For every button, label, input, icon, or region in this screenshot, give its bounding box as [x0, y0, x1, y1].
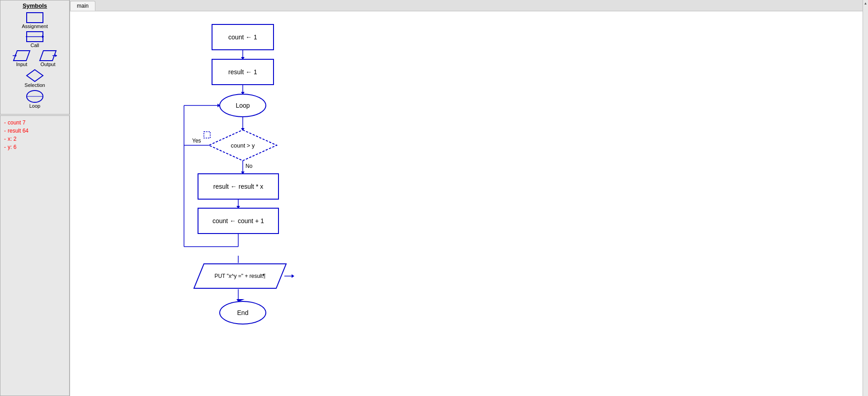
node-condition[interactable]: count > y — [208, 129, 278, 162]
node-count1[interactable]: count ← 1 — [212, 24, 274, 50]
right-scrollbar[interactable]: ▲ — [863, 0, 868, 396]
node-count1-label: count ← 1 — [228, 33, 257, 41]
var-y: -y: 6 — [4, 143, 66, 151]
node-condition-label: count > y — [231, 142, 255, 149]
node-result1-label: result ← 1 — [228, 68, 257, 76]
svg-text:Yes: Yes — [192, 138, 201, 144]
node-result-mult-label: result ← result * x — [213, 183, 263, 190]
svg-marker-35 — [292, 274, 294, 278]
tab-main[interactable]: main — [70, 1, 95, 11]
symbol-selection-label: Selection — [24, 82, 45, 88]
node-output[interactable]: PUT "x^y =" + result¶ — [193, 263, 287, 289]
symbol-selection[interactable]: Selection — [24, 69, 45, 88]
tab-bar: main — [70, 0, 863, 11]
node-count-inc-label: count ← count + 1 — [212, 217, 264, 224]
symbol-assignment-label: Assignment — [22, 24, 47, 29]
svg-marker-10 — [27, 70, 43, 81]
node-result1[interactable]: result ← 1 — [212, 59, 274, 85]
canvas-area[interactable]: No Yes — [70, 11, 863, 396]
node-loop[interactable]: Loop — [219, 94, 266, 117]
symbol-output[interactable]: Output — [39, 50, 57, 67]
scroll-up-arrow[interactable]: ▲ — [863, 0, 868, 6]
symbol-loop-label: Loop — [29, 103, 40, 109]
svg-rect-0 — [27, 13, 43, 23]
symbols-panel: Symbols Assignment Call — [0, 0, 70, 115]
symbol-output-label: Output — [40, 62, 55, 67]
symbol-loop[interactable]: Loop — [26, 90, 44, 109]
node-count-inc[interactable]: count ← count + 1 — [198, 208, 279, 234]
symbol-input-label: Input — [16, 62, 27, 67]
svg-text:No: No — [245, 163, 253, 169]
variables-panel: -count 7 -result 64 -x: 2 -y: 6 — [0, 115, 70, 396]
flowchart-container: No Yes — [70, 11, 703, 364]
symbols-title: Symbols — [4, 2, 66, 9]
node-output-label: PUT "x^y =" + result¶ — [214, 273, 265, 279]
arrows-svg: No Yes — [70, 11, 703, 364]
symbol-input[interactable]: Input — [13, 50, 31, 67]
main-area: main No — [70, 0, 863, 396]
node-loop-label: Loop — [236, 102, 250, 109]
symbol-assignment[interactable]: Assignment — [22, 12, 47, 29]
symbol-call-label: Call — [31, 43, 39, 48]
node-end[interactable]: End — [219, 301, 266, 324]
symbol-call[interactable]: Call — [26, 31, 44, 48]
node-result-mult[interactable]: result ← result * x — [198, 173, 279, 200]
var-count: -count 7 — [4, 119, 66, 127]
node-end-label: End — [237, 309, 249, 316]
var-result: -result 64 — [4, 127, 66, 135]
var-x: -x: 2 — [4, 135, 66, 143]
sidebar: Symbols Assignment Call — [0, 0, 70, 396]
svg-marker-9 — [55, 54, 57, 57]
